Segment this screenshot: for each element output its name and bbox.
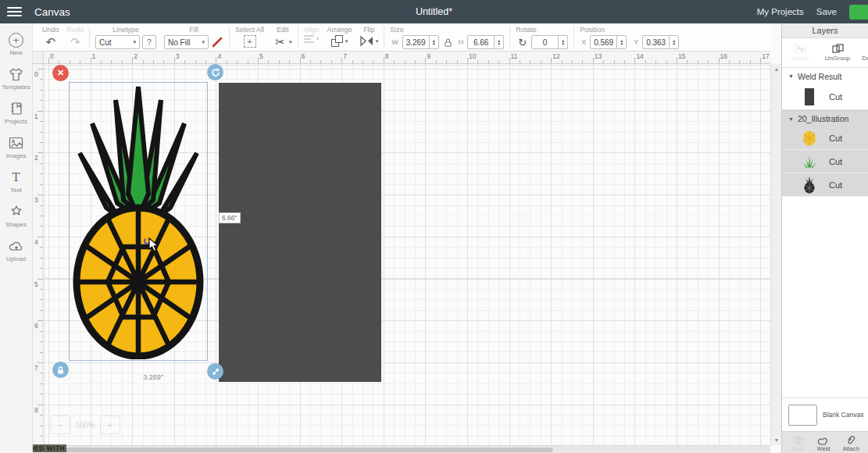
flip-icon [360,35,373,47]
arrange-button[interactable]: Arrange ▾ [327,26,352,47]
width-input[interactable]: 3.269 ▲▼ [402,35,439,49]
close-icon: ✕ [57,69,64,77]
duplicate-button[interactable]: Duplicate [862,44,868,62]
delete-handle[interactable]: ✕ [52,65,69,81]
scroll-up-icon[interactable]: ▲ [771,66,782,72]
save-button[interactable]: Save [816,7,837,16]
rotate-stepper[interactable]: ▲▼ [558,36,567,48]
pen-icon [211,36,223,48]
chevron-down-icon: ▾ [134,39,137,45]
fill-group: Fill No Fill▾ [164,26,223,49]
weld-button[interactable]: Weld [817,436,830,452]
size-group: Size W 3.269 ▲▼ H 6.66 ▲▼ [390,26,504,49]
align-icon [304,35,314,43]
layer-group-weld-result[interactable]: ▼ Weld Result [782,68,868,84]
scroll-down-icon[interactable]: ▼ [771,437,782,443]
group-button[interactable]: Group [787,44,813,62]
layer-group-illustration[interactable]: ▼ 20_Illustration [782,110,868,127]
layer-row-body-cut[interactable]: Cut [782,127,868,150]
undo-button[interactable]: Undo ↶ [42,26,59,48]
layer-row-outline-cut[interactable]: Cut [782,173,868,197]
width-stepper[interactable]: ▲▼ [429,36,438,48]
chevron-down-icon: ▾ [316,36,320,42]
selection-height-label: 6.66" [219,212,241,223]
horizontal-scrollbar[interactable] [0,445,770,453]
weld-layer-thumbnail [805,88,814,105]
h-ruler: 01234567891011121314151617 [44,52,770,64]
redo-icon: ↷ [69,35,82,48]
layer-row-weld-cut[interactable]: Cut [782,84,868,110]
ungroup-icon [832,44,844,54]
align-button[interactable]: Align ▾ [304,26,320,43]
position-y-stepper[interactable]: ▲▼ [669,36,678,48]
notebook-icon [9,101,24,116]
menu-icon[interactable] [0,0,27,23]
zoom-in-button[interactable]: + [100,416,120,434]
resize-handle[interactable] [207,363,223,380]
chevron-down-icon: ▾ [202,39,205,45]
tshirt-icon [9,66,24,82]
layers-actions: Group UnGroup Duplicate [782,38,868,68]
top-bar: Canvas Untitled* My Projects Save [0,0,868,23]
slice-button[interactable]: Slice [791,436,804,452]
slice-icon [793,436,803,445]
sidebar-item-templates[interactable]: Templates [0,66,33,91]
zoom-control: − 100% + [50,416,120,434]
lock-icon[interactable] [444,37,452,48]
height-stepper[interactable]: ▲▼ [494,36,503,48]
position-x-input[interactable]: 0.569 ▲▼ [590,35,627,49]
ungroup-button[interactable]: UnGroup [824,44,851,62]
make-it-button[interactable] [849,5,868,20]
zoom-out-button[interactable]: − [50,416,70,434]
chevron-down-icon: ▼ [788,73,794,79]
layer-row-leaves-cut[interactable]: Cut [782,150,868,173]
lock-icon [56,366,65,375]
height-input[interactable]: 6.66 ▲▼ [467,35,504,49]
v-ruler: 012345678 [33,64,44,445]
undo-icon: ↶ [44,35,57,48]
lock-handle[interactable] [52,362,69,378]
redo-button[interactable]: Redo ↷ [67,26,84,48]
edit-menu-button[interactable]: Edit ✂▾ [273,26,292,48]
weld-icon [818,436,829,445]
design-canvas[interactable]: ✕ 6.66" 3.269" − 100% + [44,64,770,445]
attach-button[interactable]: Attach [843,435,859,452]
blank-canvas-row[interactable]: Blank Canvas [782,398,868,431]
my-projects-link[interactable]: My Projects [757,7,804,16]
zoom-level: 100% [75,421,95,430]
chevron-down-icon: ▾ [345,38,348,45]
position-y-input[interactable]: 0.363 ▲▼ [642,35,679,49]
scrollbar-thumb[interactable] [22,448,553,452]
resize-icon [211,367,220,376]
help-button[interactable]: ? [142,35,156,49]
sidebar-item-text[interactable]: T Text [0,169,33,194]
rotate-icon [211,68,220,77]
image-icon [9,135,24,151]
selection-width-label: 3.269" [118,373,188,381]
select-all-button[interactable]: Select All + [235,26,264,48]
sidebar-item-projects[interactable]: Projects [0,101,33,125]
weld-result-object[interactable] [219,83,381,382]
position-x-stepper[interactable]: ▲▼ [616,36,626,48]
linetype-dropdown[interactable]: Cut▾ [95,35,140,49]
sidebar-item-new[interactable]: + New [0,33,33,56]
rotate-handle[interactable] [207,64,223,80]
pineapple-outline-thumbnail [803,177,816,194]
sidebar-item-images[interactable]: Images [0,135,33,159]
flip-button[interactable]: Flip ▾ [360,26,379,47]
arrange-icon [331,35,343,47]
fill-dropdown[interactable]: No Fill▾ [164,35,209,49]
pineapple-leaves-thumbnail [802,155,817,169]
chevron-down-icon: ▾ [376,38,379,45]
selected-layer-group: ▼ 20_Illustration Cut Cut Cut [782,110,868,197]
canvas-color-swatch[interactable] [788,405,817,426]
sidebar-item-upload[interactable]: Upload [0,238,33,262]
rotate-icon: ↻ [516,36,529,49]
pineapple-graphic[interactable] [72,84,205,359]
sidebar-item-shapes[interactable]: Shapes [0,204,33,228]
vertical-scrollbar[interactable]: ▲ ▼ [770,64,781,445]
star-shape-icon [9,204,24,219]
mouse-cursor [148,237,159,252]
rotate-input[interactable]: 0 ▲▼ [531,35,568,49]
paperclip-icon [846,435,855,445]
